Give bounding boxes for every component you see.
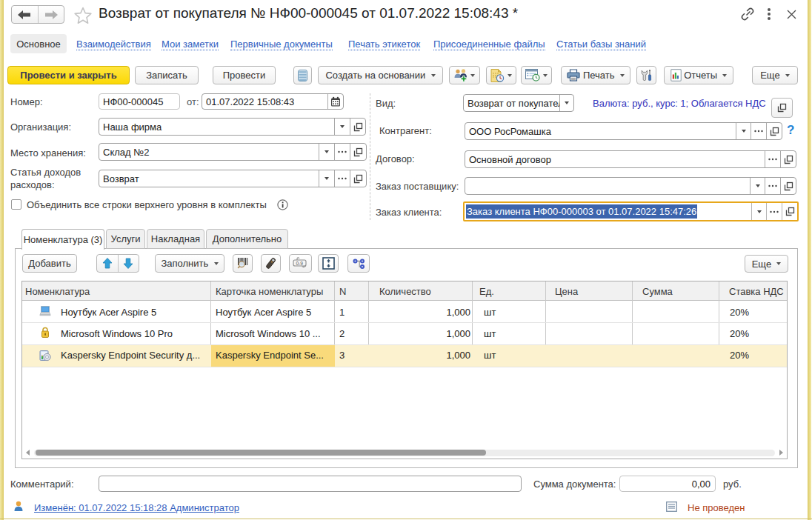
svg-text:0-9: 0-9: [296, 261, 303, 266]
